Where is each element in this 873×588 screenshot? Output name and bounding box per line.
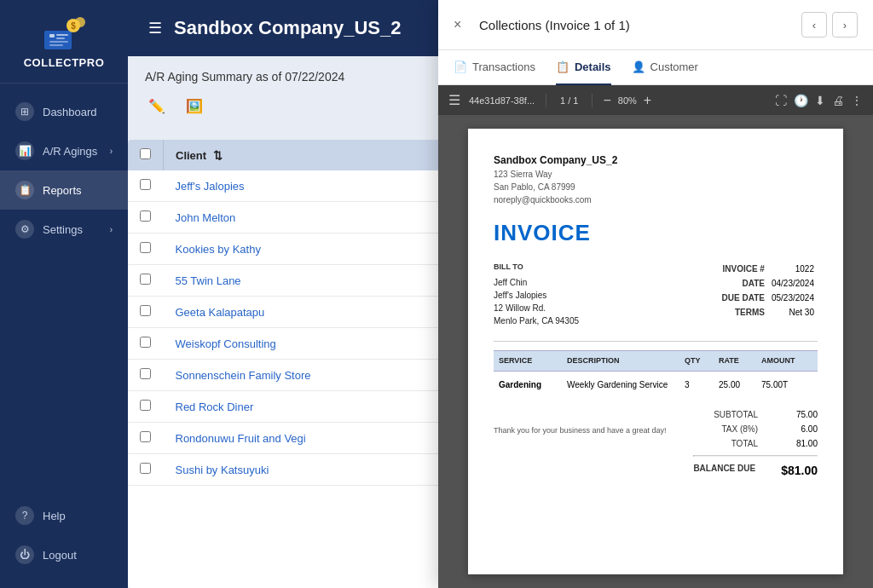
row-checkbox-cell[interactable]	[128, 391, 164, 423]
sidebar-item-logout-label: Logout	[43, 549, 77, 562]
col-description: DESCRIPTION	[567, 355, 685, 367]
more-options-button[interactable]: ⋮	[851, 94, 863, 107]
print-button[interactable]: 🖨	[832, 94, 844, 107]
select-all-checkbox[interactable]	[140, 148, 151, 159]
col-qty: QTY	[685, 355, 719, 367]
client-link[interactable]: Red Rock Diner	[176, 401, 254, 413]
row-checkbox[interactable]	[140, 179, 151, 190]
tab-details[interactable]: 📋 Details	[556, 50, 611, 85]
terms-label: TERMS	[719, 305, 768, 320]
history-button[interactable]: 🕐	[794, 94, 808, 107]
client-link[interactable]: Weiskopf Consulting	[176, 337, 276, 350]
tax-value: 6.00	[783, 423, 818, 435]
select-all-header[interactable]	[128, 140, 164, 170]
zoom-out-button[interactable]: −	[601, 93, 612, 108]
row-checkbox-cell[interactable]	[128, 170, 164, 202]
line-items-header: SERVICE DESCRIPTION QTY RATE AMOUNT	[494, 350, 818, 372]
sidebar: $ COLLECTPRO ⊞ Dashboard 📊 A/R Agings › …	[0, 0, 128, 588]
tab-transactions[interactable]: 📄 Transactions	[454, 50, 535, 85]
row-checkbox-cell[interactable]	[128, 360, 164, 391]
zoom-level: 80%	[618, 95, 637, 106]
balance-due-row: BALANCE DUE $81.00	[693, 462, 818, 480]
row-checkbox-cell[interactable]	[128, 423, 164, 454]
svg-rect-3	[56, 37, 65, 39]
row-checkbox[interactable]	[140, 242, 151, 253]
doc-id: 44e31d87-38f...	[469, 95, 537, 106]
sort-icon[interactable]: ⇅	[213, 149, 223, 162]
client-link[interactable]: Geeta Kalapatapu	[176, 306, 265, 319]
row-checkbox-cell[interactable]	[128, 297, 164, 328]
bill-to-label: BILL TO	[494, 262, 579, 274]
row-checkbox[interactable]	[140, 210, 151, 222]
row-checkbox[interactable]	[140, 463, 151, 474]
client-link[interactable]: Sushi by Katsuyuki	[176, 464, 269, 476]
svg-rect-1	[49, 34, 55, 37]
close-icon[interactable]: ×	[454, 17, 471, 32]
tab-customer[interactable]: 👤 Customer	[632, 50, 698, 85]
client-link[interactable]: John Melton	[176, 211, 236, 224]
tax-row: TAX (8%) 6.00	[698, 423, 818, 435]
details-tab-icon: 📋	[556, 61, 569, 73]
sidebar-item-settings[interactable]: ⚙ Settings ›	[0, 210, 128, 249]
image-icon[interactable]: 🖼️	[182, 94, 206, 118]
bill-to-company: Jeff's Jalopies	[494, 289, 579, 302]
sidebar-bottom: ? Help ⏻ Logout	[0, 496, 128, 588]
row-checkbox[interactable]	[140, 305, 151, 316]
client-link[interactable]: Sonnenschein Family Store	[176, 369, 311, 382]
due-date-label: DUE DATE	[719, 291, 768, 305]
row-checkbox[interactable]	[140, 431, 151, 442]
terms-value: Net 30	[768, 305, 818, 320]
date-label: DATE	[719, 276, 768, 291]
row-checkbox-cell[interactable]	[128, 454, 164, 486]
col-amount: AMOUNT	[761, 355, 812, 367]
sidebar-item-logout[interactable]: ⏻ Logout	[0, 535, 128, 574]
main-content: ☰ Sandbox Company_US_2 A/R Aging Summary…	[128, 0, 873, 588]
client-link[interactable]: Rondonuwu Fruit and Vegi	[176, 432, 306, 445]
client-link[interactable]: Kookies by Kathy	[176, 243, 261, 256]
client-link[interactable]: Jeff's Jalopies	[176, 180, 245, 193]
invoice-totals: SUBTOTAL 75.00 TAX (8%) 6.00 TOTAL 81.00	[693, 408, 818, 480]
row-checkbox[interactable]	[140, 400, 151, 411]
row-checkbox-cell[interactable]	[128, 265, 164, 297]
row-checkbox-cell[interactable]	[128, 328, 164, 360]
viewer-toolbar: ☰ 44e31d87-38f... 1 / 1 − 80% + ⛶ 🕐 ⬇ 🖨	[438, 85, 873, 115]
customer-tab-label: Customer	[650, 61, 698, 73]
download-button[interactable]: ⬇	[815, 94, 825, 107]
row-checkbox[interactable]	[140, 368, 151, 379]
fullscreen-button[interactable]: ⛶	[775, 94, 787, 107]
sidebar-item-ar-agings[interactable]: 📊 A/R Agings ›	[0, 131, 128, 170]
viewer-menu-icon[interactable]: ☰	[448, 92, 460, 108]
row-checkbox-cell[interactable]	[128, 233, 164, 265]
ar-agings-icon: 📊	[15, 141, 34, 160]
svg-point-8	[75, 17, 85, 27]
invoice-number-label: INVOICE #	[719, 262, 768, 276]
balance-due-value: $81.00	[781, 462, 818, 480]
row-checkbox-cell[interactable]	[128, 202, 164, 233]
company-addr-2: San Pablo, CA 87999	[494, 181, 818, 193]
sidebar-item-dashboard[interactable]: ⊞ Dashboard	[0, 92, 128, 131]
edit-icon[interactable]: ✏️	[145, 94, 169, 118]
next-arrow[interactable]: ›	[832, 12, 858, 37]
balance-due-label: BALANCE DUE	[693, 462, 755, 480]
row-checkbox[interactable]	[140, 337, 151, 348]
client-link[interactable]: 55 Twin Lane	[176, 274, 241, 287]
company-name: Sandbox Company_US_2	[494, 153, 818, 168]
sidebar-item-ar-agings-label: A/R Agings	[43, 145, 97, 158]
line-service: Gardening	[499, 378, 567, 391]
chevron-right-icon: ›	[110, 147, 113, 156]
subtotal-label: SUBTOTAL	[698, 408, 758, 421]
invoice-meta: INVOICE # 1022 DATE 04/23/2024 DUE DATE …	[719, 262, 818, 327]
sidebar-item-reports[interactable]: 📋 Reports	[0, 170, 128, 210]
panel-title: Collections (Invoice 1 of 1)	[479, 18, 793, 32]
sidebar-item-help[interactable]: ? Help	[0, 496, 128, 535]
chevron-right-icon-2: ›	[110, 225, 113, 234]
settings-icon: ⚙	[15, 220, 34, 239]
help-icon: ?	[15, 506, 34, 525]
zoom-in-button[interactable]: +	[642, 93, 653, 108]
divider-2	[592, 94, 593, 107]
hamburger-icon[interactable]: ☰	[148, 19, 162, 37]
row-checkbox[interactable]	[140, 274, 151, 285]
sidebar-item-help-label: Help	[43, 510, 66, 522]
prev-arrow[interactable]: ‹	[801, 12, 827, 37]
sidebar-item-dashboard-label: Dashboard	[43, 106, 97, 118]
